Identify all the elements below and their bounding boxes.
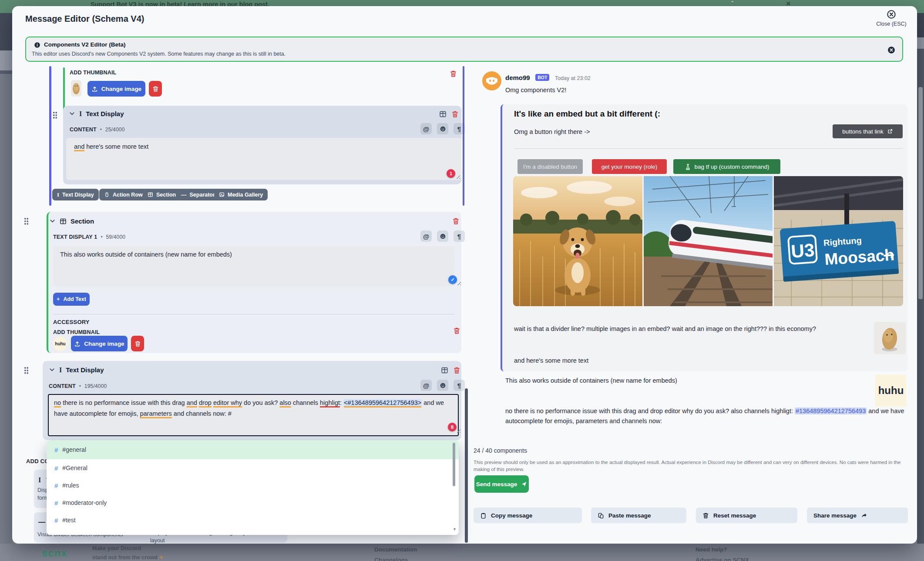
change-image-button[interactable]: Change image <box>71 336 128 351</box>
embed-more-text: and here's some more text <box>514 356 588 365</box>
mention-tool-button[interactable]: @ <box>420 230 432 242</box>
section-grid-icon <box>60 218 67 225</box>
test-tube-icon <box>685 164 691 170</box>
modal-close-button[interactable]: Close (ESC) <box>870 10 912 27</box>
send-message-button[interactable]: Send message <box>474 475 529 493</box>
content-textarea-2-focused[interactable]: no there is no performance issue with th… <box>48 394 459 436</box>
scnx-logo[interactable]: scnx <box>42 547 67 559</box>
paste-message-button[interactable]: Paste message <box>591 508 686 523</box>
thumbnail-preview-huhu: huhu <box>53 337 67 351</box>
emoji-tool-button[interactable] <box>437 380 448 391</box>
perf-text: no there is no performance issue with th… <box>505 406 908 426</box>
add-text-display-button[interactable]: IText Display <box>52 189 99 200</box>
section-textarea[interactable]: This also works outside of containers (n… <box>53 246 454 286</box>
mention-tool-button[interactable]: @ <box>420 380 432 391</box>
add-separator-button[interactable]: —Separator <box>176 189 220 200</box>
embed-wait-text: wait is that a divider line? multiple im… <box>514 324 862 334</box>
embed-title: It's like an embed but a bit different (… <box>514 109 660 119</box>
page-scrollbar-thumb[interactable] <box>918 87 923 299</box>
remove-thumbnail-button[interactable] <box>131 336 144 351</box>
modal-close-label: Close (ESC) <box>870 21 912 27</box>
editor-scrollbar-thumb[interactable] <box>465 388 468 543</box>
success-button[interactable]: bag tf up (custom command) <box>673 159 780 174</box>
drag-handle-icon[interactable] <box>53 111 57 119</box>
divider <box>53 314 454 314</box>
delete-accessory-icon[interactable] <box>453 327 460 334</box>
add-component-heading-fragment: ADD CO <box>26 458 49 464</box>
footer-link-need-help[interactable]: Need help? <box>696 546 727 553</box>
container-right-border <box>463 66 464 206</box>
footer-link-documentation[interactable]: Documentation <box>374 546 417 553</box>
chevron-down-icon[interactable] <box>69 110 75 117</box>
chevron-down-icon[interactable] <box>49 218 56 224</box>
channel-option-General[interactable]: ##General <box>47 459 459 477</box>
mention-tool-button[interactable]: @ <box>420 123 432 134</box>
channel-option-moderator-only[interactable]: ##moderator-only <box>47 494 459 511</box>
delete-component-icon[interactable] <box>453 367 460 374</box>
delete-component-icon[interactable] <box>451 110 459 118</box>
emoji-icon <box>440 126 446 132</box>
formatting-tool-button[interactable]: ¶ <box>454 380 465 391</box>
components-v2-beta-banner: Components V2 Editor (Beta) This editor … <box>25 37 903 62</box>
text-display-icon: I <box>57 192 59 197</box>
page-right-strip <box>917 37 924 49</box>
message-editor-screen: Support Bot V3 is now in beta! Learn mor… <box>0 0 924 561</box>
channel-mention[interactable]: #1364895964212756493 <box>795 407 867 414</box>
footer-link-changelogs[interactable]: Changelogs <box>374 557 408 561</box>
dropdown-scrollbar-thumb[interactable] <box>453 443 455 486</box>
reset-message-button[interactable]: Reset message <box>696 508 797 523</box>
bot-avatar[interactable] <box>482 71 501 90</box>
channel-token[interactable]: <#1364895964212756493> <box>343 399 422 406</box>
share-icon <box>861 512 867 519</box>
remove-thumbnail-button[interactable] <box>149 81 162 97</box>
danger-button[interactable]: get your money (role) <box>592 159 667 174</box>
embed-thumbnail-potato[interactable] <box>874 322 906 354</box>
link-button[interactable]: buttons that link <box>833 124 903 138</box>
add-thumbnail-label: ADD THUMBNAIL <box>70 70 116 76</box>
emoji-icon <box>440 233 446 240</box>
add-media-gallery-button[interactable]: Media Gallery <box>214 189 268 200</box>
text-display-icon: I <box>38 477 41 484</box>
hash-icon: # <box>54 482 58 489</box>
gallery-image-u3-sign[interactable]: U3 Rightung Moosach → <box>774 176 903 306</box>
add-action-row-button[interactable]: Action Row <box>99 189 148 200</box>
drag-handle-icon[interactable] <box>24 367 29 374</box>
outside-text: This also works outside of containers (n… <box>505 376 677 385</box>
clipboard-paste-icon <box>598 512 604 519</box>
copy-message-button[interactable]: Copy message <box>474 508 582 523</box>
delete-component-icon[interactable] <box>452 217 460 225</box>
dropdown-scroll-down-icon[interactable]: ▼ <box>453 527 457 531</box>
formatting-tool-button[interactable]: ¶ <box>454 230 465 242</box>
channel-autocomplete-dropdown: ##general ##General ##rules ##moderator-… <box>47 440 459 535</box>
channel-option-rules[interactable]: ##rules <box>47 477 459 494</box>
huhu-thumbnail[interactable]: huhu <box>875 374 907 407</box>
share-message-button[interactable]: Share message <box>807 508 908 523</box>
change-image-button[interactable]: Change image <box>87 81 145 97</box>
issue-count-badge: 1 <box>447 169 455 178</box>
separator-icon: — <box>38 518 45 526</box>
emoji-tool-button[interactable] <box>437 123 448 134</box>
close-circle-icon <box>887 10 896 19</box>
page-sidebar-strip <box>0 74 12 561</box>
delete-accessory-icon[interactable] <box>450 70 457 77</box>
gallery-image-dog[interactable] <box>513 176 642 306</box>
chevron-down-icon[interactable] <box>49 367 55 373</box>
grid-layout-icon[interactable] <box>439 110 447 118</box>
beta-banner-dismiss-icon[interactable] <box>887 46 895 54</box>
beta-banner-description: This editor uses Discord's new Component… <box>32 51 286 57</box>
grid-layout-icon[interactable] <box>441 367 448 374</box>
hash-icon: # <box>54 464 58 472</box>
channel-option-test[interactable]: ##test <box>47 511 459 529</box>
add-section-button[interactable]: Section <box>143 189 181 200</box>
text-display-icon: I <box>59 367 62 374</box>
add-text-button[interactable]: +Add Text <box>53 293 90 306</box>
content-textarea-1[interactable]: and here's some more text <box>66 138 461 180</box>
drag-handle-icon[interactable] <box>24 217 29 225</box>
disabled-button: I'm a disabled button <box>517 159 583 174</box>
bot-username[interactable]: demo99 <box>505 74 530 81</box>
gallery-image-train[interactable] <box>644 176 773 306</box>
channel-option-general[interactable]: ##general <box>47 440 459 459</box>
emoji-tool-button[interactable] <box>437 230 448 242</box>
footer-link-advertise[interactable]: Advertise on SCNX <box>696 557 749 561</box>
formatting-tool-button[interactable]: ¶ <box>454 123 465 134</box>
